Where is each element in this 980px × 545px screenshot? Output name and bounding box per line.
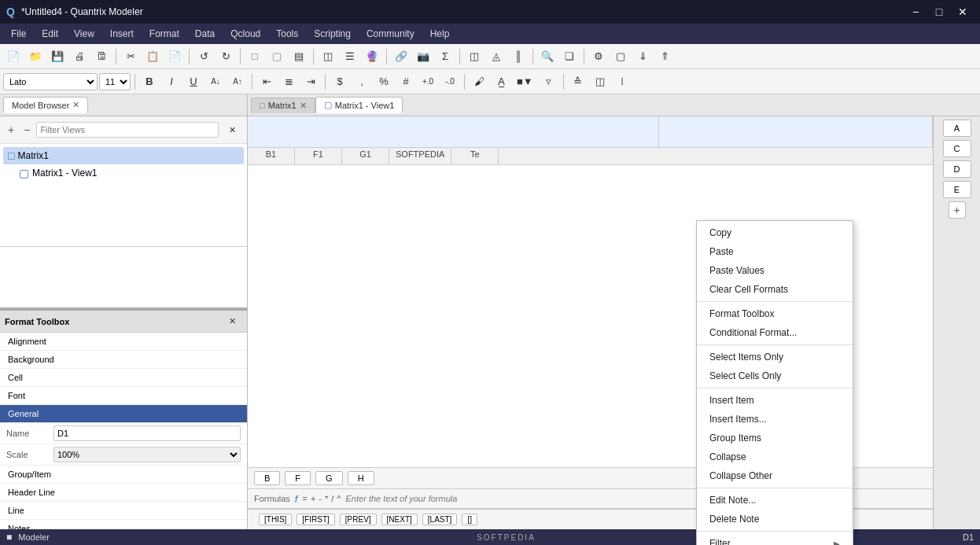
align-center-button[interactable]: ≣: [278, 72, 299, 92]
ctx-select-cells-only[interactable]: Select Cells Only: [697, 366, 853, 385]
menu-help[interactable]: Help: [422, 26, 458, 42]
nav-last-button[interactable]: [LAST]: [422, 514, 458, 525]
pivot-button[interactable]: ◫: [464, 46, 484, 67]
tree-item-view1[interactable]: ▢ Matrix1 - View1: [3, 164, 244, 182]
col-header-g1[interactable]: G1: [342, 148, 389, 164]
matrix1-tab[interactable]: □ Matrix1 ✕: [251, 98, 315, 113]
add-column-button[interactable]: +: [949, 201, 966, 219]
ctx-copy[interactable]: Copy: [697, 223, 853, 242]
format-prop-name-input[interactable]: [53, 425, 241, 441]
sigma-button[interactable]: Σ: [435, 46, 455, 67]
redo-button[interactable]: ↻: [216, 46, 236, 67]
fullscreen-button[interactable]: ❏: [559, 46, 580, 67]
right-col-e-button[interactable]: E: [943, 181, 971, 198]
col-header-softpedia[interactable]: SOFTPEDIA: [389, 148, 451, 164]
format-group-header-line[interactable]: Header Line: [0, 484, 247, 502]
ctx-paste-values[interactable]: Paste Values: [697, 261, 853, 280]
menu-qcloud[interactable]: Qcloud: [223, 26, 268, 42]
save-button[interactable]: 💾: [47, 46, 68, 67]
ctx-format-toolbox[interactable]: Format Toolbox: [697, 304, 853, 323]
filter-input[interactable]: [36, 122, 219, 138]
menu-edit[interactable]: Edit: [34, 26, 66, 42]
font-family-select[interactable]: Lato: [3, 73, 98, 90]
format-group-group-item[interactable]: Group/Item: [0, 466, 247, 484]
ctx-collapse[interactable]: Collapse: [697, 447, 853, 466]
view-props-button[interactable]: ▢: [610, 46, 631, 67]
font-increase-button[interactable]: A↑: [227, 72, 248, 92]
italic-button[interactable]: I: [161, 72, 182, 92]
col-header-te[interactable]: Te: [451, 148, 499, 164]
align-v-button[interactable]: ≙: [568, 72, 588, 92]
clear-filter-button[interactable]: ✕: [222, 120, 242, 140]
text-color-button[interactable]: A̲: [491, 72, 511, 92]
export2-button[interactable]: ⇑: [654, 46, 675, 67]
export-button[interactable]: 🖺: [91, 46, 112, 67]
menu-data[interactable]: Data: [187, 26, 223, 42]
add-view-item-button[interactable]: +: [5, 123, 17, 137]
top-cell-right[interactable]: [659, 116, 933, 147]
ctx-collapse-other[interactable]: Collapse Other: [697, 466, 853, 485]
font-decrease-button[interactable]: A↓: [205, 72, 226, 92]
minimize-button[interactable]: −: [904, 3, 927, 20]
ctx-paste[interactable]: Paste: [697, 242, 853, 261]
formula-op-minus[interactable]: -: [319, 494, 322, 503]
line-spacing-button[interactable]: ⁞: [612, 72, 632, 92]
matrix1-view1-tab[interactable]: ▢ Matrix1 - View1: [315, 97, 403, 113]
formula-op-div[interactable]: /: [331, 494, 333, 503]
cut-button[interactable]: ✂: [120, 46, 141, 67]
menu-scripting[interactable]: Scripting: [306, 26, 359, 42]
dec-decrease-button[interactable]: -.0: [440, 72, 460, 92]
table-button[interactable]: ◫: [318, 46, 338, 67]
ctx-group-items[interactable]: Group Items: [697, 429, 853, 447]
bg-color-button[interactable]: ■▼: [513, 72, 537, 92]
format-group-general[interactable]: General: [0, 405, 247, 423]
undo-button[interactable]: ↺: [193, 46, 214, 67]
window-controls[interactable]: − □ ✕: [904, 3, 974, 20]
top-cell-left[interactable]: [248, 116, 659, 147]
border-button[interactable]: ◫: [590, 72, 610, 92]
nav-this-button[interactable]: [THIS]: [259, 514, 292, 525]
format-prop-scale-select[interactable]: 100%: [53, 447, 241, 462]
bold-button[interactable]: B: [139, 72, 160, 92]
formula-op-plus[interactable]: +: [311, 494, 315, 503]
format-group-font[interactable]: Font: [0, 387, 247, 405]
import-button[interactable]: ⇓: [632, 46, 653, 67]
formula-op-mult[interactable]: *: [325, 494, 328, 503]
matrix1-tab-close-icon[interactable]: ✕: [300, 101, 307, 111]
right-col-c-button[interactable]: C: [943, 140, 971, 157]
format-group-alignment[interactable]: Alignment: [0, 333, 247, 351]
ctx-delete-note[interactable]: Delete Note: [697, 510, 853, 528]
sheet-btn-g[interactable]: G: [315, 471, 343, 485]
menu-view[interactable]: View: [66, 26, 102, 42]
new-button[interactable]: 📄: [3, 46, 24, 67]
format-group-background[interactable]: Background: [0, 351, 247, 369]
paint-button[interactable]: 🖌: [469, 72, 489, 92]
format-group-notes[interactable]: Notes: [0, 520, 247, 529]
link-button[interactable]: 🔗: [391, 46, 411, 67]
menu-tools[interactable]: Tools: [268, 26, 306, 42]
comma-button[interactable]: ,: [352, 72, 372, 92]
dec-increase-button[interactable]: +.0: [418, 72, 438, 92]
tree-item-matrix1[interactable]: □ Matrix1: [3, 147, 244, 164]
zoom-button[interactable]: 🔍: [537, 46, 558, 67]
right-col-d-button[interactable]: D: [943, 160, 971, 178]
col-header-b1[interactable]: B1: [248, 148, 295, 164]
menu-community[interactable]: Community: [359, 26, 422, 42]
add-matrix-button[interactable]: □: [245, 46, 265, 67]
remove-view-item-button[interactable]: −: [20, 123, 33, 137]
copy-button[interactable]: 📋: [142, 46, 163, 67]
print-button[interactable]: 🖨: [69, 46, 90, 67]
maximize-button[interactable]: □: [928, 3, 950, 20]
sheet-btn-f[interactable]: F: [285, 471, 311, 485]
model-props-button[interactable]: ⚙: [588, 46, 609, 67]
close-button[interactable]: ✕: [952, 3, 974, 20]
align-left-button[interactable]: ⇤: [256, 72, 277, 92]
ctx-conditional-format[interactable]: Conditional Format...: [697, 323, 853, 342]
nav-next-button[interactable]: [NEXT]: [381, 514, 418, 525]
nav-first-button[interactable]: [FIRST]: [297, 514, 334, 525]
open-button[interactable]: 📁: [25, 46, 46, 67]
nav-prev-button[interactable]: [PREV]: [340, 514, 377, 525]
chart-button[interactable]: ▤: [289, 46, 309, 67]
align-right-button[interactable]: ⇥: [300, 72, 321, 92]
format-toolbox-close-button[interactable]: ✕: [222, 311, 242, 332]
